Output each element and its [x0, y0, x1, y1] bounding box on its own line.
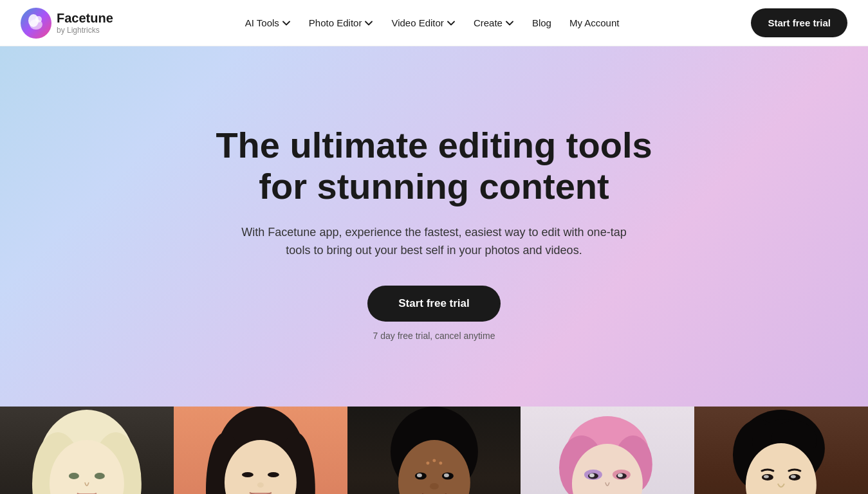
nav-label-ai-tools: AI Tools [245, 17, 279, 28]
photos-row [0, 407, 868, 494]
svg-point-24 [432, 459, 436, 462]
svg-point-40 [589, 473, 595, 477]
navbar-right: Start free trial [751, 8, 847, 37]
chevron-down-icon [505, 19, 514, 28]
svg-point-3 [35, 16, 42, 23]
hero-subtitle: With Facetune app, experience the fastes… [241, 223, 627, 261]
hero-note: 7 day free trial, cancel anytime [373, 331, 495, 341]
svg-point-17 [257, 482, 264, 488]
photo-card-4 [521, 407, 694, 494]
svg-point-41 [618, 473, 623, 477]
hero-cta-button[interactable]: Start free trial [367, 286, 501, 322]
svg-point-29 [443, 473, 448, 477]
nav-item-photo-editor[interactable]: Photo Editor [301, 12, 382, 33]
logo-icon[interactable] [21, 8, 51, 39]
nav-label-photo-editor: Photo Editor [309, 17, 362, 28]
nav-items: AI Tools Photo Editor Video Editor [237, 12, 627, 33]
svg-point-51 [791, 475, 796, 479]
chevron-down-icon [447, 19, 456, 28]
nav-label-video-editor: Video Editor [391, 17, 443, 28]
svg-point-9 [95, 473, 105, 479]
brand-sub: by Lightricks [57, 26, 113, 35]
svg-point-16 [268, 472, 279, 477]
svg-point-50 [764, 475, 769, 479]
svg-point-23 [426, 462, 429, 465]
svg-point-28 [417, 473, 422, 477]
chevron-down-icon [364, 19, 373, 28]
nav-label-my-account: My Account [569, 17, 620, 28]
photo-card-5 [694, 407, 868, 494]
svg-point-8 [69, 473, 79, 479]
svg-point-15 [242, 472, 254, 477]
logo-area: Facetune by Lightricks [21, 8, 113, 39]
hero-title: The ultimate editing tools for stunning … [216, 125, 652, 208]
nav-item-create[interactable]: Create [466, 12, 522, 33]
brand-name: Facetune [57, 10, 113, 26]
svg-point-25 [439, 462, 442, 465]
photo-card-2 [174, 407, 347, 494]
hero-section: The ultimate editing tools for stunning … [0, 46, 868, 407]
photo-card-3 [347, 407, 521, 494]
nav-label-create: Create [474, 17, 503, 28]
nav-item-my-account[interactable]: My Account [562, 12, 627, 33]
nav-cta-button[interactable]: Start free trial [751, 8, 847, 37]
logo-text: Facetune by Lightricks [57, 10, 113, 35]
photo-card-1 [0, 407, 174, 494]
navbar: Facetune by Lightricks AI Tools Photo Ed… [0, 0, 868, 46]
svg-point-30 [429, 483, 438, 489]
nav-label-blog: Blog [532, 17, 551, 28]
nav-item-video-editor[interactable]: Video Editor [383, 12, 463, 33]
chevron-down-icon [282, 19, 291, 28]
nav-item-ai-tools[interactable]: AI Tools [237, 12, 299, 33]
nav-item-blog[interactable]: Blog [524, 12, 559, 33]
